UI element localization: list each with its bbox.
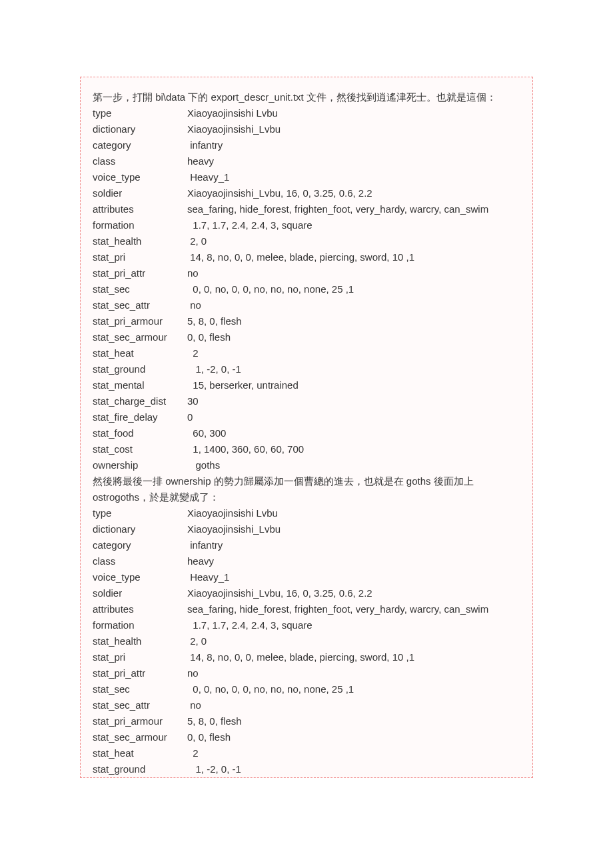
config-key: stat_pri_attr [93,665,187,681]
config-row: stat_pri_armour5, 8, 0, flesh [93,313,520,329]
config-key: stat_mental [93,377,187,393]
code-block-1: typeXiaoyaojinsishi LvbudictionaryXiaoya… [93,105,520,473]
config-key: stat_charge_dist [93,393,187,409]
config-key: stat_pri_armour [93,713,187,729]
config-key: stat_cost [93,441,187,457]
config-value: Xiaoyaojinsishi_Lvbu [187,521,520,537]
config-value: infantry [187,137,520,153]
config-key: voice_type [93,169,187,185]
config-key: stat_sec_armour [93,329,187,345]
config-key: type [93,105,187,121]
config-key: stat_pri [93,249,187,265]
config-row: category infantry [93,537,520,553]
config-row: voice_type Heavy_1 [93,169,520,185]
config-key: stat_pri_attr [93,265,187,281]
config-row: typeXiaoyaojinsishi Lvbu [93,105,520,121]
config-value: 14, 8, no, 0, 0, melee, blade, piercing,… [187,249,520,265]
config-row: stat_pri_armour5, 8, 0, flesh [93,713,520,729]
config-row: stat_health 2, 0 [93,633,520,649]
config-value: no [187,665,520,681]
config-key: stat_fire_delay [93,409,187,425]
config-value: 30 [187,393,520,409]
config-value: heavy [187,153,520,169]
config-value: no [187,297,520,313]
config-row: classheavy [93,153,520,169]
config-row: soldierXiaoyaojinsishi_Lvbu, 16, 0, 3.25… [93,585,520,601]
config-key: ownership [93,457,187,473]
config-row: stat_cost 1, 1400, 360, 60, 60, 700 [93,441,520,457]
config-key: stat_pri_armour [93,313,187,329]
config-key: class [93,553,187,569]
config-row: stat_sec_armour0, 0, flesh [93,329,520,345]
config-key: category [93,537,187,553]
config-key: stat_health [93,233,187,249]
config-key: soldier [93,185,187,201]
config-row: stat_sec 0, 0, no, 0, 0, no, no, no, non… [93,281,520,297]
document-page: 第一步，打開 bi\data 下的 export_descr_unit.txt … [0,0,613,868]
config-key: voice_type [93,569,187,585]
config-value: 2, 0 [187,633,520,649]
config-key: category [93,137,187,153]
config-value: 15, berserker, untrained [187,377,520,393]
config-row: dictionaryXiaoyaojinsishi_Lvbu [93,521,520,537]
config-row: stat_heat 2 [93,745,520,761]
config-row: ownership goths [93,457,520,473]
config-value: 1, -2, 0, -1 [187,361,520,377]
config-row: stat_ground 1, -2, 0, -1 [93,761,520,777]
config-value: 0 [187,409,520,425]
config-row: stat_pri 14, 8, no, 0, 0, melee, blade, … [93,649,520,665]
config-value: 0, 0, no, 0, 0, no, no, no, none, 25 ,1 [187,281,520,297]
config-value: 0, 0, flesh [187,329,520,345]
config-key: soldier [93,585,187,601]
config-key: formation [93,217,187,233]
config-value: Xiaoyaojinsishi_Lvbu [187,121,520,137]
config-key: stat_sec_attr [93,297,187,313]
mid-text-2: ostrogoths，於是就變成了： [93,489,520,505]
config-value: 1, 1400, 360, 60, 60, 700 [187,441,520,457]
config-row: voice_type Heavy_1 [93,569,520,585]
config-value: 1.7, 1.7, 2.4, 2.4, 3, square [187,617,520,633]
config-key: stat_pri [93,649,187,665]
config-row: stat_heat 2 [93,345,520,361]
mid-text-1: 然後將最後一排 ownership 的勢力歸屬添加一個曹總的進去，也就是在 go… [93,473,520,489]
config-value: 1.7, 1.7, 2.4, 2.4, 3, square [187,217,520,233]
config-key: stat_ground [93,361,187,377]
config-value: 14, 8, no, 0, 0, melee, blade, piercing,… [187,649,520,665]
config-value: Xiaoyaojinsishi_Lvbu, 16, 0, 3.25, 0.6, … [187,585,520,601]
config-key: stat_sec_armour [93,729,187,745]
config-key: dictionary [93,121,187,137]
config-value: infantry [187,537,520,553]
config-key: attributes [93,601,187,617]
config-row: formation 1.7, 1.7, 2.4, 2.4, 3, square [93,217,520,233]
config-value: sea_faring, hide_forest, frighten_foot, … [187,201,520,217]
config-key: class [93,153,187,169]
config-row: attributessea_faring, hide_forest, frigh… [93,201,520,217]
config-value: 2, 0 [187,233,520,249]
config-key: stat_ground [93,761,187,777]
config-row: soldierXiaoyaojinsishi_Lvbu, 16, 0, 3.25… [93,185,520,201]
config-value: Heavy_1 [187,569,520,585]
config-row: formation 1.7, 1.7, 2.4, 2.4, 3, square [93,617,520,633]
config-value: 2 [187,745,520,761]
config-row: stat_pri_attrno [93,665,520,681]
config-key: stat_heat [93,345,187,361]
config-row: attributessea_faring, hide_forest, frigh… [93,601,520,617]
intro-text: 第一步，打開 bi\data 下的 export_descr_unit.txt … [93,89,520,105]
code-block-2: typeXiaoyaojinsishi LvbudictionaryXiaoya… [93,505,520,777]
config-row: stat_charge_dist30 [93,393,520,409]
config-row: stat_food 60, 300 [93,425,520,441]
config-value: 60, 300 [187,425,520,441]
config-value: 1, -2, 0, -1 [187,761,520,777]
config-key: dictionary [93,521,187,537]
config-key: stat_food [93,425,187,441]
content-box: 第一步，打開 bi\data 下的 export_descr_unit.txt … [80,77,533,778]
config-key: stat_health [93,633,187,649]
config-row: stat_health 2, 0 [93,233,520,249]
config-row: stat_pri_attrno [93,265,520,281]
config-value: 5, 8, 0, flesh [187,713,520,729]
config-value: Xiaoyaojinsishi Lvbu [187,505,520,521]
config-row: stat_sec_armour0, 0, flesh [93,729,520,745]
config-key: type [93,505,187,521]
config-row: classheavy [93,553,520,569]
config-value: no [187,697,520,713]
